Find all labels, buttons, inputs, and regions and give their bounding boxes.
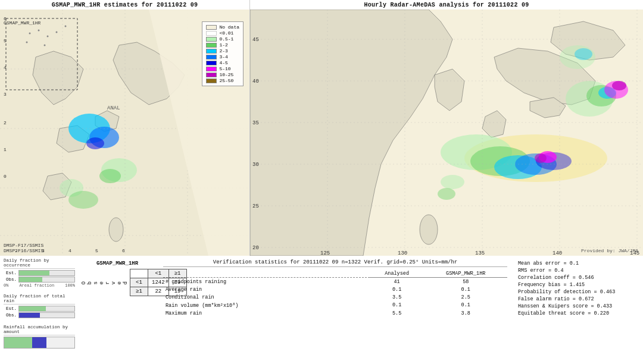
svg-text:20: 20 [252, 245, 259, 251]
ct-corner [130, 269, 148, 278]
accum-bar-blue [32, 337, 46, 348]
bar-chart-occurrence-title: Daily fraction by occurrence [4, 258, 75, 269]
legend-color-4-5 [206, 61, 217, 65]
left-map-bg: 6 5 4 3 2 1 0 2 3 4 5 6 ANAL [0, 10, 249, 256]
svg-point-68 [438, 188, 455, 200]
axis-areal: Areal fraction [19, 283, 54, 288]
bar-row-obs-rain: Obs. [4, 312, 75, 318]
ct-row-label-lt1: <1 [130, 278, 148, 287]
right-stats-section: Mean abs error = 0.1 RMS error = 0.4 Cor… [514, 258, 639, 362]
accum-bar-area [4, 337, 75, 349]
svg-point-9 [38, 30, 40, 32]
verif-col-gsmap: GSMAP_MWR_1HR [424, 269, 507, 278]
legend-label-nodata: No data [219, 24, 239, 30]
legend-color-10-25 [206, 73, 217, 77]
svg-text:5: 5 [4, 38, 7, 43]
legend-color-001 [206, 31, 217, 36]
bar-row-est-occurrence: Est. [4, 270, 75, 276]
svg-text:1: 1 [4, 147, 7, 152]
legend-4-5: 4-5 [206, 60, 239, 65]
verif-row-rainvol: Rain volume (mm*km²x10⁸) 0.1 0.1 [163, 301, 507, 309]
legend-001: <0.01 [206, 30, 239, 36]
legend-color-25-50 [206, 79, 217, 83]
accum-bar-green [4, 337, 32, 348]
svg-text:125: 125 [320, 250, 330, 256]
verif-val-rainvol-g: 0.1 [424, 301, 507, 309]
verif-val-rainvol-a: 0.1 [370, 301, 424, 309]
legend-color-3-4 [206, 55, 217, 59]
svg-text:5: 5 [95, 248, 98, 253]
bar-row-est-rain: Est. [4, 306, 75, 312]
legend-color-05-1 [206, 37, 217, 42]
verif-label-condrain: Conditional rain [163, 293, 370, 301]
svg-text:25: 25 [252, 203, 259, 209]
legend-nodata: No data [206, 24, 239, 30]
left-map: GSMAP_MWR_1HR estimates for 20111022 09 [0, 0, 250, 256]
verif-section: Verification statistics for 20111022 09 … [160, 258, 511, 362]
verif-row-avgrain: Average rain 0.1 0.1 [163, 285, 507, 293]
svg-text:6: 6 [122, 248, 125, 253]
right-map-title: Hourly Radar-AMeDAS analysis for 2011102… [250, 0, 643, 10]
svg-text:30: 30 [252, 162, 259, 168]
verif-empty-col [163, 269, 370, 278]
bar-inner-est1 [19, 271, 49, 275]
legend-color-5-10 [206, 67, 217, 71]
bar-chart-total-rain: Daily fraction of total rain Est. Obs. [4, 294, 75, 319]
legend-color-2-3 [206, 49, 217, 54]
verif-val-maxrain-a: 5.5 [370, 309, 424, 317]
svg-point-12 [56, 32, 58, 33]
svg-text:35: 35 [252, 120, 259, 126]
verif-val-condrain-a: 3.5 [370, 293, 424, 301]
ct-row-label-ge1: ≥1 [130, 287, 148, 296]
svg-text:ANAL: ANAL [107, 105, 120, 111]
bar-label-obs1: Obs. [4, 277, 17, 282]
legend-label-5-10: 5-10 [219, 66, 230, 71]
stat-freq-bias: Frequency bias = 1.415 [518, 282, 636, 288]
verif-label-maxrain: Maximum rain [163, 309, 370, 317]
bar-outer-obs1 [18, 277, 75, 283]
right-map-svg: 45 40 35 30 25 20 125 130 135 140 145 [250, 10, 643, 256]
bar-outer-est2 [18, 306, 75, 312]
legend-box: No data <0.01 0.5-1 1-2 [202, 21, 244, 86]
verif-row-maxrain: Maximum rain 5.5 3.8 [163, 309, 507, 317]
svg-point-51 [420, 215, 438, 244]
verif-val-avgrain-g: 0.1 [424, 285, 507, 293]
verif-row-condrain: Conditional rain 3.5 2.5 [163, 293, 507, 301]
svg-text:2: 2 [4, 120, 7, 125]
legend-label-1-2: 1-2 [219, 42, 227, 48]
verif-col-headers: Analysed GSMAP_MWR_1HR [163, 269, 507, 278]
verif-label-rainvol: Rain volume (mm*km²x10⁸) [163, 301, 370, 309]
legend-label-3-4: 3-4 [219, 54, 227, 59]
legend-3-4: 3-4 [206, 54, 239, 59]
svg-point-11 [26, 42, 28, 43]
legend-color-1-2 [206, 43, 217, 48]
dmsp-f16: DMSP-F16/SSMIS [4, 248, 43, 253]
svg-point-17 [86, 137, 104, 149]
svg-point-66 [575, 48, 592, 60]
svg-point-13 [65, 26, 67, 27]
svg-text:45: 45 [252, 37, 259, 43]
ct-title: GSMAP_MWR_1HR [81, 261, 154, 266]
svg-text:4: 4 [68, 248, 71, 253]
legend-label-10-25: 10-25 [219, 72, 233, 77]
left-map-title: GSMAP_MWR_1HR estimates for 20111022 09 [0, 0, 249, 10]
legend-1-2: 1-2 [206, 42, 239, 48]
main-container: GSMAP_MWR_1HR estimates for 20111022 09 [0, 0, 643, 364]
svg-text:0: 0 [4, 174, 7, 179]
bar-outer-obs2 [18, 312, 75, 318]
svg-text:4: 4 [4, 65, 7, 70]
stat-pod: Probability of detection = 0.463 [518, 289, 636, 295]
bar-inner-obs1 [19, 277, 42, 282]
bar-outer-est1 [18, 270, 75, 276]
bar-inner-est2 [19, 306, 46, 311]
verif-table: Analysed GSMAP_MWR_1HR # gridpoints rain… [163, 269, 507, 317]
right-map-bg: 45 40 35 30 25 20 125 130 135 140 145 Pr… [250, 10, 643, 256]
legend-5-10: 5-10 [206, 66, 239, 71]
verif-val-avgrain-a: 0.1 [370, 285, 424, 293]
bar-label-obs2: Obs. [4, 313, 17, 318]
bar-row-obs-occurrence: Obs. [4, 277, 75, 283]
right-map: Hourly Radar-AMeDAS analysis for 2011102… [250, 0, 643, 256]
bar-chart-occurrence: Daily fraction by occurrence Est. Obs. 0… [4, 258, 75, 288]
verif-label-avgrain: Average rain [163, 285, 370, 293]
bar-axis-1: 0% Areal fraction 100% [4, 283, 75, 288]
